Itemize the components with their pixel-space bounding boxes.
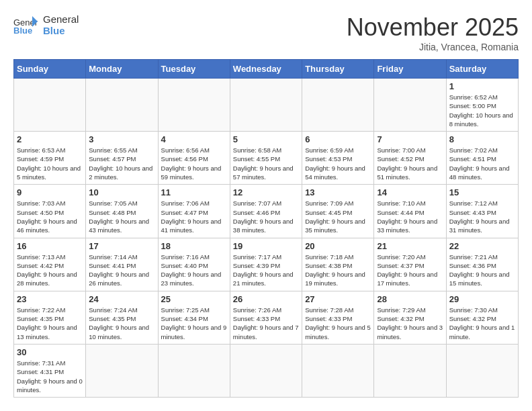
day-info: Sunrise: 7:02 AM Sunset: 4:51 PM Dayligh… (449, 146, 515, 181)
logo-blue-text: Blue (43, 25, 79, 36)
calendar-day: 5Sunrise: 6:58 AM Sunset: 4:55 PM Daylig… (230, 132, 302, 185)
weekday-header-thursday: Thursday (302, 60, 374, 79)
calendar-day: 17Sunrise: 7:14 AM Sunset: 4:41 PM Dayli… (86, 238, 158, 291)
day-info: Sunrise: 7:12 AM Sunset: 4:43 PM Dayligh… (449, 199, 515, 234)
day-info: Sunrise: 7:14 AM Sunset: 4:41 PM Dayligh… (89, 253, 154, 288)
day-number: 23 (17, 294, 83, 304)
day-number: 16 (17, 241, 83, 251)
calendar-day: 28Sunrise: 7:29 AM Sunset: 4:32 PM Dayli… (374, 291, 446, 344)
calendar-week-4: 16Sunrise: 7:13 AM Sunset: 4:42 PM Dayli… (14, 238, 519, 291)
day-number: 15 (449, 187, 515, 197)
calendar-day: 12Sunrise: 7:07 AM Sunset: 4:46 PM Dayli… (230, 185, 302, 238)
calendar-day: 27Sunrise: 7:28 AM Sunset: 4:33 PM Dayli… (302, 291, 374, 344)
day-info: Sunrise: 7:24 AM Sunset: 4:35 PM Dayligh… (89, 306, 154, 341)
weekday-header-row: SundayMondayTuesdayWednesdayThursdayFrid… (14, 60, 519, 79)
location: Jitia, Vrancea, Romania (347, 42, 519, 52)
calendar-day (302, 79, 374, 132)
calendar-day: 8Sunrise: 7:02 AM Sunset: 4:51 PM Daylig… (446, 132, 518, 185)
day-number: 21 (377, 241, 443, 251)
day-info: Sunrise: 7:18 AM Sunset: 4:38 PM Dayligh… (305, 253, 371, 288)
day-info: Sunrise: 7:16 AM Sunset: 4:40 PM Dayligh… (161, 253, 227, 288)
calendar-day (230, 79, 302, 132)
day-info: Sunrise: 6:56 AM Sunset: 4:56 PM Dayligh… (161, 146, 227, 181)
calendar-day: 20Sunrise: 7:18 AM Sunset: 4:38 PM Dayli… (302, 238, 374, 291)
day-number: 17 (89, 241, 154, 251)
calendar-day: 24Sunrise: 7:24 AM Sunset: 4:35 PM Dayli… (86, 291, 158, 344)
weekday-header-sunday: Sunday (14, 60, 86, 79)
day-info: Sunrise: 7:25 AM Sunset: 4:34 PM Dayligh… (161, 306, 227, 341)
day-info: Sunrise: 7:30 AM Sunset: 4:32 PM Dayligh… (449, 306, 515, 341)
calendar-day: 3Sunrise: 6:55 AM Sunset: 4:57 PM Daylig… (86, 132, 158, 185)
calendar-day: 1Sunrise: 6:52 AM Sunset: 5:00 PM Daylig… (446, 79, 518, 132)
calendar-day: 2Sunrise: 6:53 AM Sunset: 4:59 PM Daylig… (14, 132, 86, 185)
calendar-day: 30Sunrise: 7:31 AM Sunset: 4:31 PM Dayli… (14, 344, 86, 397)
day-info: Sunrise: 7:00 AM Sunset: 4:52 PM Dayligh… (377, 146, 443, 181)
calendar-week-6: 30Sunrise: 7:31 AM Sunset: 4:31 PM Dayli… (14, 344, 519, 397)
day-info: Sunrise: 7:22 AM Sunset: 4:35 PM Dayligh… (17, 306, 83, 341)
calendar-week-1: 1Sunrise: 6:52 AM Sunset: 5:00 PM Daylig… (14, 79, 519, 132)
day-number: 5 (233, 134, 299, 144)
day-number: 19 (233, 241, 299, 251)
weekday-header-friday: Friday (374, 60, 446, 79)
logo-icon: General Blue (13, 15, 38, 35)
calendar-day: 25Sunrise: 7:25 AM Sunset: 4:34 PM Dayli… (158, 291, 230, 344)
day-info: Sunrise: 7:03 AM Sunset: 4:50 PM Dayligh… (17, 199, 83, 234)
day-info: Sunrise: 7:10 AM Sunset: 4:44 PM Dayligh… (377, 199, 443, 234)
calendar-day: 16Sunrise: 7:13 AM Sunset: 4:42 PM Dayli… (14, 238, 86, 291)
calendar-day (158, 79, 230, 132)
calendar-day: 13Sunrise: 7:09 AM Sunset: 4:45 PM Dayli… (302, 185, 374, 238)
day-info: Sunrise: 6:58 AM Sunset: 4:55 PM Dayligh… (233, 146, 299, 181)
calendar-day (302, 344, 374, 397)
calendar-day: 26Sunrise: 7:26 AM Sunset: 4:33 PM Dayli… (230, 291, 302, 344)
calendar-day: 6Sunrise: 6:59 AM Sunset: 4:53 PM Daylig… (302, 132, 374, 185)
day-info: Sunrise: 7:28 AM Sunset: 4:33 PM Dayligh… (305, 306, 371, 341)
day-number: 30 (17, 347, 83, 357)
calendar-day: 9Sunrise: 7:03 AM Sunset: 4:50 PM Daylig… (14, 185, 86, 238)
logo-general-text: General (43, 13, 79, 25)
logo: General Blue General Blue (13, 13, 79, 36)
calendar-day (14, 79, 86, 132)
calendar-day: 15Sunrise: 7:12 AM Sunset: 4:43 PM Dayli… (446, 185, 518, 238)
weekday-header-monday: Monday (86, 60, 158, 79)
day-number: 27 (305, 294, 371, 304)
day-number: 13 (305, 187, 371, 197)
day-number: 24 (89, 294, 154, 304)
title-block: November 2025 Jitia, Vrancea, Romania (347, 13, 519, 52)
day-number: 25 (161, 294, 227, 304)
day-info: Sunrise: 7:31 AM Sunset: 4:31 PM Dayligh… (17, 359, 83, 394)
day-info: Sunrise: 6:53 AM Sunset: 4:59 PM Dayligh… (17, 146, 83, 181)
calendar-day: 22Sunrise: 7:21 AM Sunset: 4:36 PM Dayli… (446, 238, 518, 291)
calendar-day (158, 344, 230, 397)
calendar-week-5: 23Sunrise: 7:22 AM Sunset: 4:35 PM Dayli… (14, 291, 519, 344)
day-number: 1 (449, 81, 515, 91)
day-info: Sunrise: 6:52 AM Sunset: 5:00 PM Dayligh… (449, 93, 515, 128)
day-number: 14 (377, 187, 443, 197)
calendar-day: 18Sunrise: 7:16 AM Sunset: 4:40 PM Dayli… (158, 238, 230, 291)
day-info: Sunrise: 7:06 AM Sunset: 4:47 PM Dayligh… (161, 199, 227, 234)
day-info: Sunrise: 7:13 AM Sunset: 4:42 PM Dayligh… (17, 253, 83, 288)
calendar-day (374, 344, 446, 397)
day-number: 7 (377, 134, 443, 144)
weekday-header-tuesday: Tuesday (158, 60, 230, 79)
day-number: 28 (377, 294, 443, 304)
day-number: 9 (17, 187, 83, 197)
day-number: 4 (161, 134, 227, 144)
svg-text:Blue: Blue (13, 26, 32, 35)
day-number: 22 (449, 241, 515, 251)
weekday-header-wednesday: Wednesday (230, 60, 302, 79)
day-number: 8 (449, 134, 515, 144)
calendar-day: 23Sunrise: 7:22 AM Sunset: 4:35 PM Dayli… (14, 291, 86, 344)
calendar-day: 19Sunrise: 7:17 AM Sunset: 4:39 PM Dayli… (230, 238, 302, 291)
day-info: Sunrise: 6:59 AM Sunset: 4:53 PM Dayligh… (305, 146, 371, 181)
day-info: Sunrise: 7:09 AM Sunset: 4:45 PM Dayligh… (305, 199, 371, 234)
calendar-day (230, 344, 302, 397)
weekday-header-saturday: Saturday (446, 60, 518, 79)
calendar-day: 4Sunrise: 6:56 AM Sunset: 4:56 PM Daylig… (158, 132, 230, 185)
calendar-week-3: 9Sunrise: 7:03 AM Sunset: 4:50 PM Daylig… (14, 185, 519, 238)
day-info: Sunrise: 6:55 AM Sunset: 4:57 PM Dayligh… (89, 146, 154, 181)
day-number: 29 (449, 294, 515, 304)
month-title: November 2025 (347, 13, 519, 42)
calendar-week-2: 2Sunrise: 6:53 AM Sunset: 4:59 PM Daylig… (14, 132, 519, 185)
day-number: 26 (233, 294, 299, 304)
day-number: 11 (161, 187, 227, 197)
